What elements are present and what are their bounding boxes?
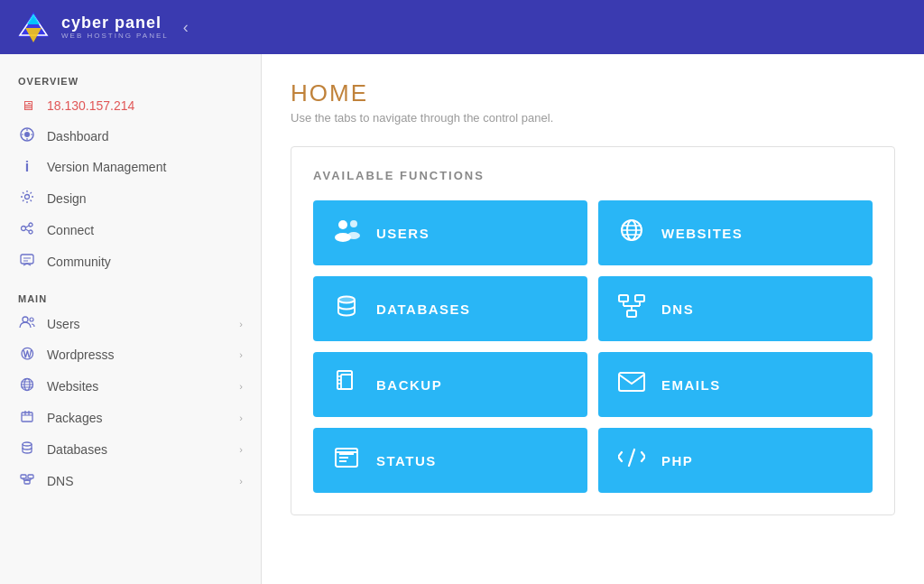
logo-text: cyber panel WEB HOSTING PANEL (61, 14, 169, 41)
community-label: Community (47, 255, 243, 269)
sidebar: OVERVIEW 🖥 18.130.157.214 Dashboard i Ve… (0, 54, 262, 584)
wordpress-label: Wordpresss (47, 348, 228, 362)
websites-fn-icon (616, 218, 647, 249)
gear-icon (18, 190, 36, 207)
svg-point-16 (23, 442, 32, 446)
status-fn-label: STATUS (376, 453, 437, 468)
sidebar-item-databases[interactable]: Databases › (0, 433, 261, 465)
svg-rect-32 (619, 373, 644, 391)
functions-section: AVAILABLE FUNCTIONS USERS (291, 146, 895, 515)
sidebar-item-version[interactable]: i Version Management (0, 152, 261, 182)
brand-name: cyber panel (61, 14, 169, 32)
globe-icon (18, 377, 36, 394)
main-content: HOME Use the tabs to navigate through th… (262, 54, 924, 584)
community-icon (18, 253, 36, 270)
backup-fn-icon (331, 369, 362, 401)
collapse-button[interactable]: ‹ (183, 18, 189, 37)
main-layout: OVERVIEW 🖥 18.130.157.214 Dashboard i Ve… (0, 54, 924, 584)
functions-grid: USERS WEBSITES (313, 200, 873, 493)
sidebar-item-connect[interactable]: Connect (0, 214, 261, 246)
svg-point-26 (338, 296, 355, 302)
svg-rect-27 (619, 295, 628, 301)
function-websites[interactable]: WEBSITES (598, 200, 873, 265)
dns-icon (18, 472, 36, 489)
websites-fn-label: WEBSITES (661, 226, 743, 241)
wordpress-arrow: › (239, 349, 243, 360)
database-icon (18, 440, 36, 458)
dashboard-icon (18, 127, 36, 144)
ip-address: 18.130.157.214 (47, 98, 243, 113)
svg-point-22 (350, 220, 357, 227)
svg-point-9 (29, 230, 32, 234)
sidebar-item-community[interactable]: Community (0, 246, 261, 277)
dns-arrow: › (239, 476, 243, 487)
sidebar-item-dashboard[interactable]: Dashboard (0, 120, 261, 152)
databases-fn-icon (331, 293, 362, 325)
dashboard-label: Dashboard (47, 129, 243, 144)
sidebar-item-packages[interactable]: Packages › (0, 402, 261, 433)
connect-label: Connect (47, 223, 243, 237)
function-users[interactable]: USERS (313, 200, 587, 265)
svg-point-6 (25, 195, 30, 199)
function-databases[interactable]: DATABASES (313, 276, 587, 341)
svg-rect-18 (28, 475, 33, 478)
users-arrow: › (239, 319, 243, 329)
design-label: Design (47, 191, 243, 206)
monitor-icon: 🖥 (18, 97, 36, 113)
brand-sub: WEB HOSTING PANEL (61, 32, 169, 40)
svg-rect-29 (627, 311, 636, 317)
sidebar-item-dns[interactable]: DNS › (0, 465, 261, 496)
section-card-title: AVAILABLE FUNCTIONS (313, 169, 873, 182)
users-fn-icon (331, 218, 362, 249)
function-backup[interactable]: BACKUP (313, 352, 587, 417)
packages-icon (18, 409, 36, 426)
wordpress-icon: Ⓦ (18, 347, 36, 363)
php-fn-icon (616, 447, 647, 475)
dns-fn-label: DNS (661, 301, 694, 317)
app-header: cyber panel WEB HOSTING PANEL ‹ (0, 0, 924, 54)
sidebar-item-wordpress[interactable]: Ⓦ Wordpresss › (0, 339, 261, 370)
svg-rect-15 (22, 413, 32, 422)
svg-point-23 (347, 232, 360, 239)
sidebar-item-users[interactable]: Users › (0, 308, 261, 339)
backup-fn-label: BACKUP (376, 377, 442, 393)
packages-arrow: › (239, 413, 243, 423)
page-title: HOME (291, 79, 895, 107)
users-fn-label: USERS (376, 226, 430, 241)
function-emails[interactable]: EMAILS (598, 352, 873, 417)
svg-rect-17 (21, 475, 26, 478)
svg-rect-28 (635, 295, 644, 301)
overview-section-title: OVERVIEW (0, 69, 261, 90)
emails-fn-label: EMAILS (661, 377, 721, 393)
svg-point-12 (30, 318, 33, 321)
sidebar-item-websites[interactable]: Websites › (0, 370, 261, 402)
emails-fn-icon (616, 371, 647, 399)
function-php[interactable]: PHP (598, 428, 873, 493)
status-fn-icon (331, 445, 362, 477)
function-dns[interactable]: DNS (598, 276, 873, 341)
main-section-title: MAIN (0, 286, 261, 308)
sidebar-item-ip[interactable]: 🖥 18.130.157.214 (0, 90, 261, 120)
svg-point-8 (29, 223, 32, 227)
page-subtitle: Use the tabs to navigate through the con… (291, 111, 895, 125)
svg-marker-2 (27, 14, 40, 24)
dns-fn-icon (616, 293, 647, 325)
php-fn-label: PHP (661, 453, 693, 468)
svg-point-20 (338, 220, 347, 229)
users-label: Users (47, 317, 228, 331)
databases-arrow: › (239, 444, 243, 455)
packages-label: Packages (47, 411, 228, 425)
databases-label: Databases (47, 442, 228, 457)
sidebar-item-design[interactable]: Design (0, 182, 261, 214)
svg-rect-31 (341, 375, 352, 389)
info-icon: i (18, 159, 36, 175)
function-status[interactable]: STATUS (313, 428, 587, 493)
svg-point-5 (24, 132, 30, 137)
dns-label: DNS (47, 474, 228, 488)
svg-point-7 (22, 227, 26, 231)
logo-icon (14, 8, 52, 46)
databases-fn-label: DATABASES (376, 301, 471, 317)
websites-arrow: › (239, 381, 243, 392)
connect-icon (18, 221, 36, 238)
websites-label: Websites (47, 379, 228, 394)
